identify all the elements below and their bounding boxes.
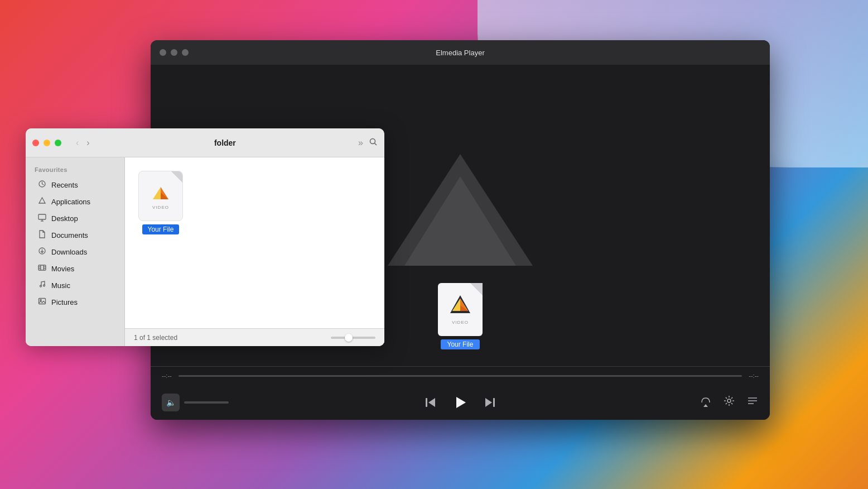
sidebar-item-applications[interactable]: Applications (28, 193, 122, 210)
finder-file-type-label: VIDEO (152, 205, 169, 210)
downloads-label: Downloads (51, 248, 87, 256)
finder-window: ‹ › folder » Favourites (26, 128, 384, 346)
movies-label: Movies (51, 265, 74, 273)
svg-rect-23 (38, 265, 46, 270)
finder-traffic-lights (32, 140, 61, 146)
volume-button[interactable]: 🔈 (162, 394, 180, 411)
player-title: Elmedia Player (436, 49, 484, 57)
svg-rect-18 (38, 214, 46, 219)
svg-marker-9 (485, 398, 492, 407)
player-traffic-lights (160, 49, 189, 56)
view-options-button[interactable]: » (358, 138, 363, 148)
progress-track[interactable] (179, 375, 742, 377)
player-maximize-button[interactable] (182, 49, 189, 56)
finder-maximize-button[interactable] (55, 140, 61, 146)
finder-toolbar-right: » (358, 137, 378, 148)
svg-marker-7 (456, 397, 466, 408)
search-button[interactable] (369, 137, 378, 148)
svg-rect-8 (493, 398, 495, 407)
volume-slider[interactable] (184, 401, 229, 404)
svg-line-16 (375, 143, 377, 145)
applications-icon (37, 196, 47, 207)
svg-point-33 (40, 299, 41, 300)
svg-point-11 (727, 399, 731, 402)
right-controls (700, 395, 759, 410)
finder-content: VIDEO Your File (125, 157, 384, 328)
player-close-button[interactable] (160, 49, 166, 56)
prev-button[interactable] (425, 396, 437, 409)
finder-titlebar: ‹ › folder » (26, 128, 384, 157)
finder-close-button[interactable] (32, 140, 39, 146)
time-start-label: --:-- (162, 372, 172, 379)
main-controls (425, 395, 496, 410)
player-titlebar: Elmedia Player (151, 40, 770, 65)
forward-button[interactable]: › (84, 137, 91, 149)
selection-status: 1 of 1 selected (134, 334, 177, 342)
sidebar-item-recents[interactable]: Recents (28, 176, 122, 193)
sidebar-item-downloads[interactable]: Downloads (28, 243, 122, 260)
svg-marker-6 (428, 398, 435, 407)
favourites-label: Favourites (26, 164, 124, 176)
back-button[interactable]: ‹ (74, 137, 81, 149)
zoom-slider (331, 337, 375, 339)
finder-sidebar: Favourites Recents Applications (26, 157, 125, 346)
sidebar-item-pictures[interactable]: Pictures (28, 294, 122, 310)
desktop-label: Desktop (51, 214, 78, 223)
music-label: Music (51, 281, 70, 290)
time-end-label: --:-- (749, 372, 759, 379)
finder-minimize-button[interactable] (44, 140, 50, 146)
player-background-logo (382, 154, 538, 277)
player-file-icon-container: VIDEO (438, 283, 483, 336)
pictures-label: Pictures (51, 298, 78, 306)
svg-point-15 (370, 138, 375, 143)
sidebar-item-documents[interactable]: Documents (28, 227, 122, 243)
zoom-slider-track[interactable] (331, 337, 375, 339)
sidebar-item-desktop[interactable]: Desktop (28, 210, 122, 227)
applications-label: Applications (51, 198, 90, 206)
finder-navigation: ‹ › (74, 137, 92, 149)
recents-label: Recents (51, 181, 78, 189)
progress-bar-area: --:-- --:-- (151, 367, 770, 385)
finder-main: VIDEO Your File 1 of 1 selected (125, 157, 384, 346)
movies-icon (37, 263, 47, 274)
finder-statusbar: 1 of 1 selected (125, 328, 384, 346)
svg-rect-32 (38, 299, 45, 304)
settings-button[interactable] (723, 395, 735, 410)
desktop-icon (37, 213, 47, 223)
finder-file-name-badge: Your File (142, 224, 180, 234)
svg-marker-10 (703, 404, 708, 407)
recents-icon (37, 180, 47, 190)
volume-icon-symbol: 🔈 (166, 398, 176, 407)
sidebar-item-movies[interactable]: Movies (28, 260, 122, 277)
finder-file-item[interactable]: VIDEO Your File (138, 171, 183, 234)
sidebar-item-music[interactable]: Music (28, 277, 122, 294)
next-button[interactable] (484, 396, 496, 409)
svg-rect-5 (426, 398, 427, 407)
finder-title: folder (98, 138, 353, 147)
play-button[interactable] (452, 395, 468, 410)
svg-point-30 (40, 285, 41, 287)
svg-point-31 (43, 285, 45, 286)
player-minimize-button[interactable] (171, 49, 177, 56)
player-file-name-badge: Your File (441, 339, 480, 349)
music-icon (37, 280, 47, 290)
finder-file-icon-container: VIDEO (138, 171, 183, 221)
playlist-button[interactable] (746, 395, 759, 410)
pictures-icon (37, 297, 47, 307)
controls-row: 🔈 (151, 385, 770, 420)
finder-elmedia-logo (150, 183, 172, 205)
airplay-button[interactable] (700, 395, 712, 410)
documents-icon (37, 230, 47, 240)
player-file-icon: VIDEO Your File (438, 283, 483, 349)
player-controls: --:-- --:-- 🔈 (151, 366, 770, 420)
finder-body: Favourites Recents Applications (26, 157, 384, 346)
triangle-front (404, 176, 516, 266)
player-elmedia-logo (448, 293, 472, 318)
documents-label: Documents (51, 231, 88, 239)
player-file-type-label: VIDEO (452, 320, 469, 325)
volume-section: 🔈 (162, 394, 229, 411)
downloads-icon (37, 247, 47, 257)
zoom-slider-thumb[interactable] (345, 334, 353, 342)
